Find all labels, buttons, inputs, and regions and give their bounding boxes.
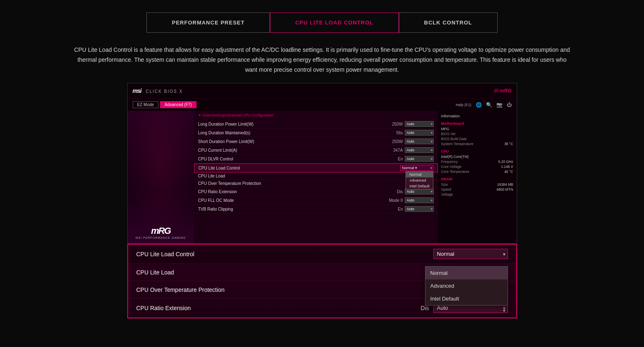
fll-oc-dropdown[interactable]: Auto: [405, 197, 434, 203]
enlarged-popup-intel-default[interactable]: Intel Default: [425, 292, 508, 305]
bios-row-long-duration-power: Long Duration Power Limit(W) 250W Auto: [194, 120, 438, 129]
mpg-logo: /// mRG: [494, 88, 511, 94]
bios-ver-key: BIOS Ver: [441, 132, 456, 136]
freq-key: Frequency: [441, 160, 458, 164]
sys-temp-key: System Temperature: [441, 142, 474, 146]
popup-intel-default-option[interactable]: Intel Default: [406, 183, 433, 189]
ratio-extension-value: Dis: [397, 189, 403, 194]
cpu-name-row: Intel(R) Core(TM): [441, 155, 513, 159]
tab-bar: PERFORMANCE PRESET CPU LITE LOAD CONTROL…: [0, 0, 644, 41]
popup-advanced-option[interactable]: Advanced: [406, 177, 433, 183]
dlvr-value: En: [398, 157, 403, 161]
enlarged-cpu-lite-load-control-label: CPU Lite Load Control: [136, 251, 433, 257]
bios-row-cpu-lite-load: CPU Lite Load Mode 17: [194, 172, 438, 180]
long-duration-maintained-dropdown[interactable]: Auto: [405, 130, 434, 136]
dlvr-label: CPU DLVR Control: [198, 157, 398, 161]
bios-row-short-duration-power: Short Duration Power Limit(W) 250W Auto: [194, 137, 438, 146]
short-duration-power-dropdown[interactable]: Auto: [405, 138, 434, 144]
globe-icon: 🌐: [476, 102, 482, 108]
cpu-section-label: CPU: [441, 149, 513, 153]
sys-temp-value: 38 °C: [504, 142, 513, 146]
motherboard-row: MPG: [441, 127, 513, 131]
cpu-lite-load-control-popup: Normal Advanced Intel Default: [406, 171, 433, 189]
info-section-title: Information: [441, 114, 513, 118]
bios-row-cpu-lite-load-control: CPU Lite Load Control Normal ▾ Normal Ad…: [194, 163, 438, 172]
dram-speed-key: Speed: [441, 187, 452, 192]
bios-screenshot: msi CLICK BIOS X /// mRG EZ Mode Advance…: [127, 83, 517, 244]
mode-bar: EZ Mode Advanced (F7) Help (F1) 🌐 🔍 📷 ⏻: [128, 98, 517, 111]
tvb-dropdown-wrap: Auto: [405, 206, 434, 212]
long-duration-power-dropdown[interactable]: Auto: [405, 121, 434, 127]
cpu-lite-load-control-dropdown[interactable]: Normal ▾: [400, 165, 433, 171]
voltage-row: Voltage: [441, 192, 513, 197]
cpu-current-dropdown[interactable]: Auto: [405, 147, 434, 153]
dlvr-dropdown-wrap: Auto: [405, 156, 434, 162]
dlvr-dropdown[interactable]: Auto: [405, 156, 434, 162]
short-duration-power-value: 250W: [392, 139, 403, 144]
dram-speed-value: 4800 MT/s: [496, 187, 513, 192]
enlarged-popup-advanced[interactable]: Advanced: [425, 279, 508, 292]
cpu-current-label: CPU Current Limit(A): [198, 148, 394, 153]
fll-oc-label: CPU FLL OC Mode: [198, 198, 389, 203]
bios-row-ratio-extension: CPU Ratio Extension Dis Auto: [194, 187, 438, 196]
ratio-extension-dropdown-wrap: Auto: [405, 189, 434, 194]
cpu-current-value: 347A: [393, 148, 403, 153]
info-section-cpu: CPU Intel(R) Core(TM) Frequency 5.20 GHz…: [441, 149, 513, 174]
dram-size-row: Size 16384 MB: [441, 182, 513, 187]
top-icons: Help (F1) 🌐 🔍 📷 ⏻: [456, 102, 512, 108]
mode-buttons: EZ Mode Advanced (F7): [133, 101, 197, 108]
freq-value: 5.20 GHz: [498, 160, 513, 164]
popup-normal-option[interactable]: Normal: [406, 172, 433, 177]
enlarged-dropdown-popup: Normal Advanced Intel Default: [425, 266, 508, 306]
core-temp-value: 40 °C: [504, 170, 513, 174]
power-icon: ⏻: [507, 102, 512, 108]
dram-speed-row: Speed 4800 MT/s: [441, 187, 513, 192]
bios-ver-row: BIOS Ver: [441, 132, 513, 136]
camera-icon: 📷: [496, 102, 503, 108]
enlarged-cpu-lite-load-control-dropdown[interactable]: Normal: [433, 249, 508, 259]
tvb-dropdown[interactable]: Auto: [405, 206, 434, 212]
bios-center-content: ✦ Overclocking\Advanced CPU Configuratio…: [194, 111, 438, 243]
ratio-extension-dropdown[interactable]: Auto: [405, 189, 434, 194]
bios-logo: msi CLICK BIOS X: [133, 87, 183, 94]
sys-temp-row: System Temperature 38 °C: [441, 142, 513, 146]
core-temp-row: Core Temperature 40 °C: [441, 170, 513, 174]
volt-value: 1.146 V: [501, 165, 513, 169]
bios-row-fll-oc: CPU FLL OC Mode Mode 0 Auto: [194, 196, 438, 205]
cpu-lite-load-control-label: CPU Lite Load Control: [199, 166, 400, 170]
motherboard-value: MPG: [441, 127, 449, 131]
tvb-label: TVB Ratio Clipping: [198, 207, 398, 211]
voltage-key: Voltage: [441, 192, 453, 197]
sidebar-logo: mRG: [136, 226, 186, 236]
enlarged-ratio-extension-label: CPU Ratio Extension: [136, 305, 421, 311]
fll-oc-dropdown-wrap: Auto: [405, 197, 434, 203]
enlarged-popup-normal[interactable]: Normal: [425, 267, 508, 279]
cpu-lite-load-label: CPU Lite Load: [198, 174, 416, 178]
long-duration-maintained-dropdown-wrap: Auto: [405, 130, 434, 136]
tab-bclk-control[interactable]: BCLK CONTROL: [399, 12, 498, 33]
bios-row-tvb: TVB Ratio Clipping En Auto: [194, 205, 438, 214]
freq-row: Frequency 5.20 GHz: [441, 160, 513, 164]
bios-table: Long Duration Power Limit(W) 250W Auto L…: [194, 120, 438, 214]
cpu-lite-load-control-dropdown-wrap: Normal ▾: [400, 165, 433, 171]
fll-oc-value: Mode 0: [389, 198, 403, 203]
bios-main-area: mRG MSI PERFORMANCE GAMING ✦ Overclockin…: [128, 111, 517, 243]
long-duration-power-value: 250W: [392, 122, 403, 126]
core-temp-key: Core Temperature: [441, 170, 469, 174]
dram-size-value: 16384 MB: [497, 182, 513, 187]
ratio-extension-label: CPU Ratio Extension: [198, 189, 397, 194]
bios-subtitle: CLICK BIOS X: [146, 89, 183, 94]
long-duration-power-label: Long Duration Power Limit(W): [198, 122, 392, 126]
long-duration-power-dropdown-wrap: Auto: [405, 121, 434, 127]
tab-performance-preset[interactable]: PERFORMANCE PRESET: [146, 12, 270, 33]
help-label: Help (F1): [456, 103, 471, 107]
bios-row-long-duration-maintained: Long Duration Maintained(s) 56s Auto: [194, 129, 438, 137]
dram-size-key: Size: [441, 182, 448, 187]
long-duration-maintained-value: 56s: [396, 131, 403, 135]
tab-cpu-lite-load-control[interactable]: CPU LITE LOAD CONTROL: [270, 12, 399, 33]
ez-mode-btn[interactable]: EZ Mode: [133, 101, 159, 108]
bios-top-right-logo: /// mRG: [494, 88, 511, 94]
bios-row-cpu-current: CPU Current Limit(A) 347A Auto: [194, 146, 438, 155]
advanced-mode-btn[interactable]: Advanced (F7): [160, 101, 197, 108]
enlarged-section: CPU Lite Load Control Normal ▾ Normal Ad…: [127, 244, 517, 318]
